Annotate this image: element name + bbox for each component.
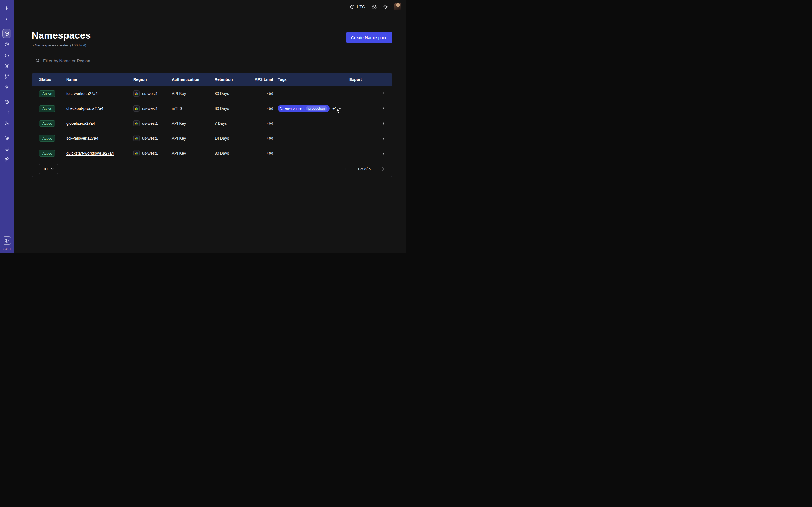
search-bar <box>32 55 393 66</box>
tags-expand-chevron-icon[interactable] <box>338 107 342 110</box>
avatar[interactable] <box>394 3 402 10</box>
table-body: Active test-worker.a27a4 us-west1 API Ke… <box>32 86 392 161</box>
timezone-selector[interactable]: UTC <box>347 3 368 11</box>
sidebar-item-billing[interactable] <box>2 108 11 117</box>
chevron-right-icon <box>4 17 9 21</box>
table-footer: 10 1-5 of 5 <box>32 161 392 177</box>
namespace-link[interactable]: globalizer.a27a4 <box>66 121 95 126</box>
sidebar-item-settings[interactable] <box>2 119 11 128</box>
theme-toggle[interactable] <box>380 2 390 11</box>
auth-label: API Key <box>172 151 214 156</box>
tag-value: production <box>306 106 327 111</box>
sidebar-item-target[interactable] <box>2 40 11 49</box>
region-label: us-west1 <box>142 151 158 156</box>
table-header-row: Status Name Region Authentication Retent… <box>32 73 392 86</box>
status-badge: Active <box>39 120 55 127</box>
sidebar-item-namespaces[interactable] <box>2 29 11 38</box>
prev-page-button[interactable] <box>342 165 350 173</box>
auth-label: mTLS <box>172 106 214 111</box>
status-badge: Active <box>39 150 55 157</box>
tags-more-count[interactable]: +1 <box>333 106 337 111</box>
status-badge: Active <box>39 105 55 112</box>
app-window: 2.35.1 UTC Namespaces 5 Namespaces creat… <box>0 0 406 253</box>
column-header-authentication: Authentication <box>172 77 214 82</box>
auth-label: API Key <box>172 121 214 126</box>
pager: 1-5 of 5 <box>342 165 386 173</box>
git-branch-icon <box>4 74 10 79</box>
globe-icon <box>4 99 10 105</box>
export-value: — <box>349 151 377 156</box>
kebab-menu-icon <box>382 151 386 156</box>
column-header-retention: Retention <box>214 77 248 82</box>
credit-card-icon <box>4 110 10 115</box>
arrow-right-icon <box>379 166 385 172</box>
page-size-select[interactable]: 10 <box>39 164 58 174</box>
next-page-button[interactable] <box>378 165 386 173</box>
cube-icon <box>4 31 10 36</box>
column-header-name: Name <box>66 77 133 82</box>
tag-pill[interactable]: environment production <box>278 105 329 112</box>
main-content: Namespaces 5 Namespaces created (100 lim… <box>13 13 406 253</box>
codec-server-button[interactable] <box>369 2 379 11</box>
table-row: Active quickstart-workflows.a27a4 us-wes… <box>32 146 392 161</box>
region-label: us-west1 <box>142 106 158 111</box>
export-value: — <box>349 91 377 96</box>
column-header-export: Export <box>349 77 377 82</box>
topbar: UTC <box>13 0 406 13</box>
tags-group: environment production +1 <box>278 105 342 112</box>
status-badge: Active <box>39 135 55 142</box>
sidebar-item-batch[interactable] <box>2 72 11 81</box>
clock-icon <box>350 4 355 9</box>
page-size-value: 10 <box>43 166 48 171</box>
table-row: Active sdk-failover.a27a4 us-west1 API K… <box>32 131 392 146</box>
retention-label: 14 Days <box>214 136 248 140</box>
page-subtitle: 5 Namespaces created (100 limit) <box>32 43 91 47</box>
temporal-logo[interactable] <box>2 4 11 13</box>
row-actions-button[interactable] <box>379 119 388 128</box>
create-namespace-button[interactable]: Create Namespace <box>346 32 393 43</box>
kebab-menu-icon <box>382 121 386 126</box>
namespaces-table: Status Name Region Authentication Retent… <box>32 73 393 177</box>
row-actions-button[interactable] <box>379 149 388 158</box>
column-header-tags: Tags <box>273 77 349 82</box>
namespace-link[interactable]: sdk-failover.a27a4 <box>66 136 98 140</box>
retention-label: 7 Days <box>214 121 248 126</box>
sun-icon <box>383 4 388 10</box>
row-actions-button[interactable] <box>379 104 388 113</box>
kebab-menu-icon <box>382 91 386 96</box>
sidebar-item-schedules[interactable] <box>2 50 11 59</box>
timezone-label: UTC <box>357 4 365 9</box>
version-label: 2.35.1 <box>3 247 11 251</box>
sidebar-item-regions[interactable] <box>2 97 11 106</box>
sidebar-collapse-toggle[interactable] <box>2 14 11 23</box>
row-actions-button[interactable] <box>379 134 388 143</box>
sidebar-item-getting-started[interactable] <box>2 155 11 164</box>
auth-label: API Key <box>172 136 214 140</box>
auth-label: API Key <box>172 91 214 96</box>
aps-limit-value: 400 <box>248 151 273 156</box>
dollar-circle-icon <box>4 238 9 243</box>
kebab-menu-icon <box>382 106 386 111</box>
aps-limit-value: 400 <box>248 136 273 140</box>
usage-button[interactable] <box>3 236 11 245</box>
sidebar-item-deployments[interactable] <box>2 61 11 70</box>
namespace-link[interactable]: checkout-prod.a27a4 <box>66 106 103 111</box>
sidebar-item-support[interactable] <box>2 133 11 142</box>
export-value: — <box>349 106 377 111</box>
aps-limit-value: 400 <box>248 92 273 96</box>
retention-label: 30 Days <box>214 91 248 96</box>
namespace-link[interactable]: test-worker.a27a4 <box>66 91 98 96</box>
layers-icon <box>4 63 10 68</box>
sidebar-item-docs[interactable] <box>2 144 11 153</box>
region-label: us-west1 <box>142 91 158 96</box>
google-cloud-icon <box>133 120 140 126</box>
sidebar-item-nexus[interactable] <box>2 82 11 92</box>
region-label: us-west1 <box>142 136 158 140</box>
row-actions-button[interactable] <box>379 89 388 98</box>
glasses-icon <box>371 4 377 10</box>
search-input[interactable] <box>32 55 393 66</box>
kebab-menu-icon <box>382 136 386 141</box>
namespace-link[interactable]: quickstart-workflows.a27a4 <box>66 151 114 156</box>
aps-limit-value: 400 <box>248 107 273 111</box>
google-cloud-icon <box>133 105 140 112</box>
